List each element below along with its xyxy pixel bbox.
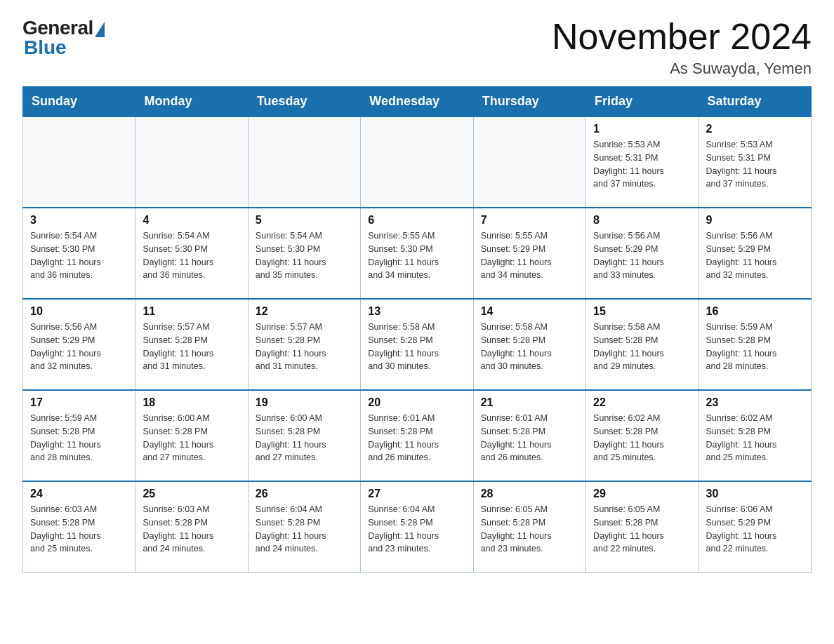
day-info: Sunrise: 5:53 AM Sunset: 5:31 PM Dayligh…	[593, 138, 691, 191]
day-number: 23	[706, 396, 804, 409]
day-number: 3	[30, 214, 128, 227]
calendar-cell: 9Sunrise: 5:56 AM Sunset: 5:29 PM Daylig…	[699, 208, 811, 299]
day-number: 6	[368, 214, 465, 227]
calendar-cell: 6Sunrise: 5:55 AM Sunset: 5:30 PM Daylig…	[361, 208, 473, 299]
day-info: Sunrise: 5:58 AM Sunset: 5:28 PM Dayligh…	[368, 321, 465, 373]
day-number: 9	[706, 214, 804, 227]
day-info: Sunrise: 6:02 AM Sunset: 5:28 PM Dayligh…	[593, 412, 691, 464]
calendar-cell: 1Sunrise: 5:53 AM Sunset: 5:31 PM Daylig…	[586, 116, 699, 208]
day-number: 21	[481, 396, 578, 409]
calendar-header-monday: Monday	[135, 87, 248, 117]
day-number: 19	[256, 396, 353, 409]
day-info: Sunrise: 6:05 AM Sunset: 5:28 PM Dayligh…	[481, 503, 578, 556]
calendar-cell	[473, 116, 585, 208]
week-row-4: 17Sunrise: 5:59 AM Sunset: 5:28 PM Dayli…	[23, 390, 812, 481]
logo-triangle-icon	[95, 22, 105, 37]
day-number: 4	[143, 214, 240, 227]
day-info: Sunrise: 5:59 AM Sunset: 5:28 PM Dayligh…	[706, 321, 804, 373]
week-row-1: 1Sunrise: 5:53 AM Sunset: 5:31 PM Daylig…	[23, 116, 812, 208]
day-info: Sunrise: 6:00 AM Sunset: 5:28 PM Dayligh…	[143, 412, 240, 464]
calendar-header-row: SundayMondayTuesdayWednesdayThursdayFrid…	[23, 87, 812, 117]
calendar-cell: 29Sunrise: 6:05 AM Sunset: 5:28 PM Dayli…	[586, 481, 699, 572]
calendar-cell: 19Sunrise: 6:00 AM Sunset: 5:28 PM Dayli…	[248, 390, 360, 481]
day-number: 8	[593, 214, 691, 227]
day-info: Sunrise: 5:56 AM Sunset: 5:29 PM Dayligh…	[706, 229, 804, 282]
calendar-table: SundayMondayTuesdayWednesdayThursdayFrid…	[22, 86, 812, 573]
day-info: Sunrise: 6:03 AM Sunset: 5:28 PM Dayligh…	[143, 503, 240, 556]
day-info: Sunrise: 5:58 AM Sunset: 5:28 PM Dayligh…	[593, 321, 691, 373]
day-info: Sunrise: 5:54 AM Sunset: 5:30 PM Dayligh…	[30, 229, 128, 282]
day-number: 22	[593, 396, 691, 409]
day-info: Sunrise: 6:01 AM Sunset: 5:28 PM Dayligh…	[368, 412, 465, 464]
day-number: 2	[706, 123, 804, 135]
calendar-header-wednesday: Wednesday	[361, 87, 473, 117]
day-number: 28	[481, 488, 578, 500]
calendar-cell: 4Sunrise: 5:54 AM Sunset: 5:30 PM Daylig…	[135, 208, 248, 299]
day-number: 5	[256, 214, 353, 227]
calendar-subtitle: As Suwayda, Yemen	[552, 60, 812, 78]
day-info: Sunrise: 5:54 AM Sunset: 5:30 PM Dayligh…	[143, 229, 240, 282]
day-info: Sunrise: 5:53 AM Sunset: 5:31 PM Dayligh…	[706, 138, 804, 191]
day-number: 18	[143, 396, 240, 409]
day-info: Sunrise: 5:59 AM Sunset: 5:28 PM Dayligh…	[30, 412, 128, 464]
calendar-cell: 8Sunrise: 5:56 AM Sunset: 5:29 PM Daylig…	[586, 208, 699, 299]
calendar-header-tuesday: Tuesday	[248, 87, 360, 117]
calendar-cell: 28Sunrise: 6:05 AM Sunset: 5:28 PM Dayli…	[473, 481, 585, 572]
calendar-header-sunday: Sunday	[23, 87, 135, 117]
calendar-cell: 25Sunrise: 6:03 AM Sunset: 5:28 PM Dayli…	[135, 481, 248, 572]
day-number: 30	[706, 488, 804, 500]
day-number: 13	[368, 305, 465, 318]
calendar-cell: 3Sunrise: 5:54 AM Sunset: 5:30 PM Daylig…	[23, 208, 135, 299]
day-info: Sunrise: 5:55 AM Sunset: 5:29 PM Dayligh…	[481, 229, 578, 282]
calendar-cell: 14Sunrise: 5:58 AM Sunset: 5:28 PM Dayli…	[473, 299, 585, 390]
calendar-cell: 21Sunrise: 6:01 AM Sunset: 5:28 PM Dayli…	[473, 390, 585, 481]
day-number: 20	[368, 396, 465, 409]
day-info: Sunrise: 5:56 AM Sunset: 5:29 PM Dayligh…	[30, 321, 128, 373]
day-number: 29	[593, 488, 691, 500]
calendar-cell: 15Sunrise: 5:58 AM Sunset: 5:28 PM Dayli…	[586, 299, 699, 390]
calendar-cell: 22Sunrise: 6:02 AM Sunset: 5:28 PM Dayli…	[586, 390, 699, 481]
day-info: Sunrise: 5:57 AM Sunset: 5:28 PM Dayligh…	[256, 321, 353, 373]
calendar-cell: 16Sunrise: 5:59 AM Sunset: 5:28 PM Dayli…	[699, 299, 811, 390]
day-number: 12	[256, 305, 353, 318]
title-area: November 2024 As Suwayda, Yemen	[552, 17, 812, 78]
day-info: Sunrise: 6:05 AM Sunset: 5:28 PM Dayligh…	[593, 503, 691, 556]
day-info: Sunrise: 6:03 AM Sunset: 5:28 PM Dayligh…	[30, 503, 128, 556]
day-number: 17	[30, 396, 128, 409]
day-number: 26	[256, 488, 353, 500]
week-row-2: 3Sunrise: 5:54 AM Sunset: 5:30 PM Daylig…	[23, 208, 812, 299]
calendar-cell: 20Sunrise: 6:01 AM Sunset: 5:28 PM Dayli…	[361, 390, 473, 481]
day-info: Sunrise: 5:56 AM Sunset: 5:29 PM Dayligh…	[593, 229, 691, 282]
calendar-cell	[135, 116, 248, 208]
calendar-cell: 23Sunrise: 6:02 AM Sunset: 5:28 PM Dayli…	[699, 390, 811, 481]
day-info: Sunrise: 6:04 AM Sunset: 5:28 PM Dayligh…	[368, 503, 465, 556]
day-number: 7	[481, 214, 578, 227]
calendar-cell: 18Sunrise: 6:00 AM Sunset: 5:28 PM Dayli…	[135, 390, 248, 481]
day-info: Sunrise: 6:01 AM Sunset: 5:28 PM Dayligh…	[481, 412, 578, 464]
day-number: 27	[368, 488, 465, 500]
calendar-cell: 13Sunrise: 5:58 AM Sunset: 5:28 PM Dayli…	[361, 299, 473, 390]
day-number: 25	[143, 488, 240, 500]
day-info: Sunrise: 6:00 AM Sunset: 5:28 PM Dayligh…	[256, 412, 353, 464]
day-info: Sunrise: 5:57 AM Sunset: 5:28 PM Dayligh…	[143, 321, 240, 373]
logo: General Blue	[22, 17, 105, 59]
day-number: 1	[593, 123, 691, 135]
day-number: 10	[30, 305, 128, 318]
day-number: 24	[30, 488, 128, 500]
calendar-cell: 10Sunrise: 5:56 AM Sunset: 5:29 PM Dayli…	[23, 299, 135, 390]
calendar-cell: 7Sunrise: 5:55 AM Sunset: 5:29 PM Daylig…	[473, 208, 585, 299]
calendar-header-saturday: Saturday	[699, 87, 811, 117]
page-header: General Blue November 2024 As Suwayda, Y…	[22, 17, 812, 78]
day-info: Sunrise: 5:58 AM Sunset: 5:28 PM Dayligh…	[481, 321, 578, 373]
calendar-cell	[248, 116, 360, 208]
calendar-cell: 30Sunrise: 6:06 AM Sunset: 5:29 PM Dayli…	[699, 481, 811, 572]
calendar-cell: 17Sunrise: 5:59 AM Sunset: 5:28 PM Dayli…	[23, 390, 135, 481]
day-number: 15	[593, 305, 691, 318]
calendar-cell: 12Sunrise: 5:57 AM Sunset: 5:28 PM Dayli…	[248, 299, 360, 390]
day-number: 16	[706, 305, 804, 318]
calendar-cell	[361, 116, 473, 208]
calendar-cell	[23, 116, 135, 208]
logo-blue-text: Blue	[22, 36, 67, 59]
calendar-cell: 5Sunrise: 5:54 AM Sunset: 5:30 PM Daylig…	[248, 208, 360, 299]
week-row-5: 24Sunrise: 6:03 AM Sunset: 5:28 PM Dayli…	[23, 481, 812, 572]
